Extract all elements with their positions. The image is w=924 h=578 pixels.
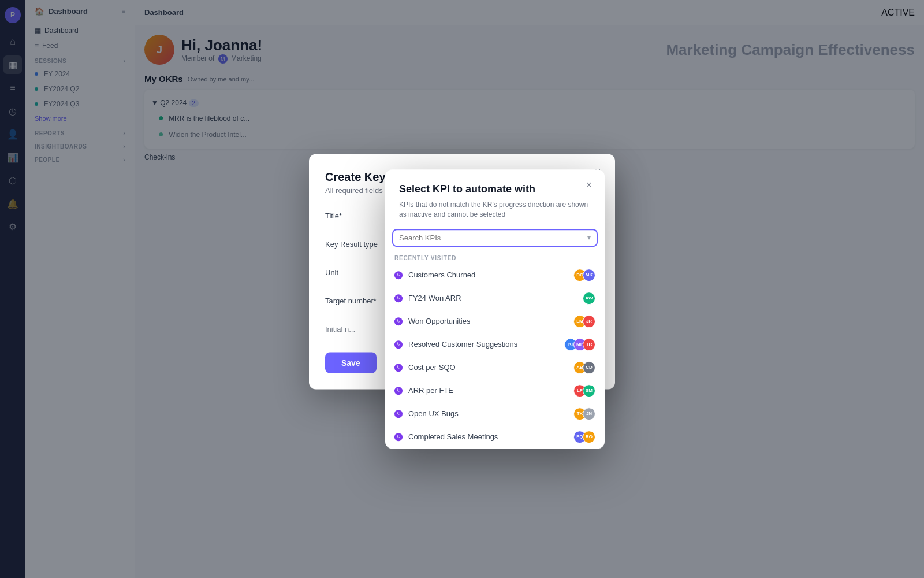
- kpi-search-input[interactable]: [399, 234, 587, 242]
- kpi-item-avatars: LMJR: [573, 315, 595, 328]
- kpi-item-icon: [394, 410, 403, 418]
- kpi-item-name: Cost per SQO: [408, 363, 568, 372]
- kpi-item-name: Resolved Customer Suggestions: [408, 340, 558, 349]
- kpi-item-avatars: ABCD: [573, 361, 595, 374]
- avatar: MK: [583, 269, 595, 281]
- kpi-search-wrap: ▾: [385, 229, 605, 251]
- avatar: JR: [583, 315, 595, 328]
- kpi-list-item[interactable]: FY24 Won ARRAW: [385, 287, 605, 310]
- avatar: TR: [583, 338, 595, 351]
- kpi-item-icon: [394, 271, 403, 279]
- kpi-modal-header: Select KPI to automate with KPIs that do…: [385, 183, 605, 229]
- kpi-list-item[interactable]: Open UX BugsTKJN: [385, 402, 605, 425]
- avatar: SM: [583, 384, 595, 397]
- kpi-list-item[interactable]: Customers ChurnedDCMK: [385, 264, 605, 287]
- modal-kpi-close-button[interactable]: ×: [582, 177, 597, 192]
- kpi-modal-title: Select KPI to automate with: [399, 183, 591, 195]
- kpi-item-name: Customers Churned: [408, 271, 568, 279]
- recently-visited-label: RECENTLY VISITED: [385, 251, 605, 264]
- kpi-item-icon: [394, 387, 403, 395]
- kpi-item-name: FY24 Won ARR: [408, 294, 577, 302]
- kpi-search-box: ▾: [392, 229, 598, 247]
- kpi-item-name: Completed Sales Meetings: [408, 432, 568, 441]
- avatar: CD: [583, 361, 595, 374]
- kpi-item-icon: [394, 433, 403, 441]
- kpi-item-avatars: AW: [583, 292, 595, 305]
- kpi-item-avatars: TKJN: [573, 407, 595, 420]
- kpi-list-item[interactable]: Won OpportunitiesLMJR: [385, 310, 605, 333]
- kpi-list: Customers ChurnedDCMKFY24 Won ARRAWWon O…: [385, 264, 605, 449]
- kpi-item-avatars: PQRO: [573, 431, 595, 443]
- kpi-item-icon: [394, 294, 403, 302]
- avatar: RO: [583, 431, 595, 443]
- kpi-modal-subtitle: KPIs that do not match the KR's progress…: [399, 200, 591, 220]
- kpi-dropdown-chevron: ▾: [587, 234, 591, 242]
- kpi-item-icon: [394, 340, 403, 349]
- kpi-item-avatars: KIMPTR: [564, 338, 595, 351]
- kpi-item-avatars: DCMK: [573, 269, 595, 281]
- kpi-list-item[interactable]: Cost per SQOABCD: [385, 356, 605, 379]
- kpi-item-icon: [394, 317, 403, 325]
- kpi-list-item[interactable]: ARR per FTELPSM: [385, 379, 605, 402]
- kpi-item-avatars: LPSM: [573, 384, 595, 397]
- avatar: JN: [583, 407, 595, 420]
- kpi-item-name: ARR per FTE: [408, 386, 568, 395]
- save-button[interactable]: Save: [325, 353, 377, 373]
- select-kpi-modal: × Select KPI to automate with KPIs that …: [385, 169, 605, 449]
- kpi-item-name: Won Opportunities: [408, 317, 568, 325]
- kpi-item-icon: [394, 364, 403, 372]
- kpi-list-item[interactable]: Resolved Customer SuggestionsKIMPTR: [385, 333, 605, 356]
- avatar: AW: [583, 292, 595, 305]
- kpi-list-item[interactable]: Completed Sales MeetingsPQRO: [385, 425, 605, 449]
- kpi-item-name: Open UX Bugs: [408, 409, 568, 418]
